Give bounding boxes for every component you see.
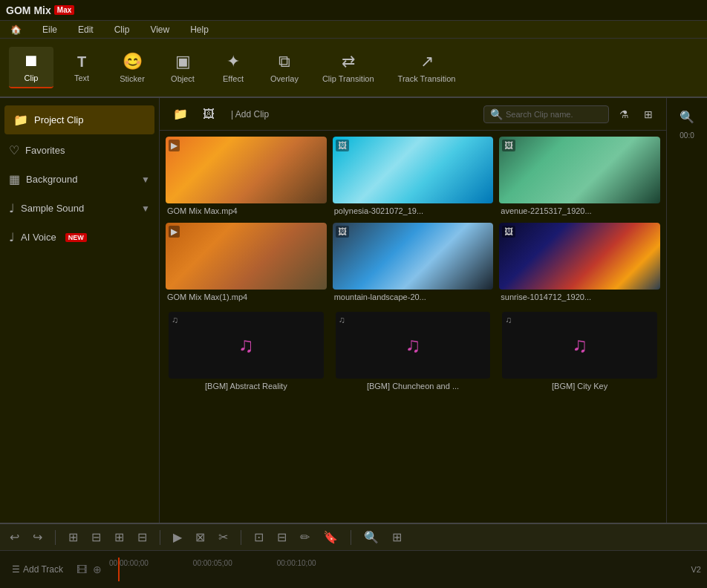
time-marker-0: 00:00:00;00	[109, 559, 149, 567]
sample-sound-icon: ♩	[9, 201, 15, 215]
playhead	[118, 558, 120, 581]
menu-clip[interactable]: Clip	[110, 23, 134, 36]
sidebar-favorites-label: Favorites	[25, 145, 65, 156]
audio-small-icon-2: ♫	[339, 315, 345, 325]
trim-button[interactable]: ⊞	[111, 528, 128, 546]
clip-item-mountain[interactable]: 🖼 mountain-landscape-20...	[333, 223, 494, 303]
clip-audio-chuncheon[interactable]: ♫ ♫ [BGM] Chuncheon and ...	[333, 309, 494, 395]
pen-button[interactable]: ✏	[296, 528, 313, 546]
sidebar-ai-voice-label: AI Voice	[21, 232, 56, 243]
sample-sound-chevron-icon: ▼	[141, 203, 150, 214]
favorites-icon: ♡	[9, 143, 19, 157]
right-panel-search-icon: 🔍	[680, 110, 694, 124]
image-type-icon-3: 🖼	[502, 140, 515, 151]
sidebar-item-sample-sound[interactable]: ♩ Sample Sound ▼	[0, 194, 159, 223]
right-panel: 🔍 00:0	[666, 98, 707, 523]
cut-button[interactable]: ✂	[215, 528, 232, 546]
clip-name-gom-max: GOM Mix Max.mp4	[166, 203, 327, 217]
sticker-icon: 😊	[123, 52, 143, 71]
clip-item-avenue[interactable]: 🖼 avenue-2215317_1920...	[499, 137, 660, 217]
effect-icon: ✦	[227, 52, 240, 71]
add-clip-button[interactable]: | Add Clip	[225, 106, 275, 122]
audio-name-chuncheon: [BGM] Chuncheon and ...	[336, 379, 491, 392]
menu-edit[interactable]: Edit	[74, 23, 98, 36]
background-icon: ▦	[9, 172, 20, 186]
logo-mix-text: Mix	[33, 4, 50, 16]
tool-clip[interactable]: ⏹ Clip	[9, 47, 53, 88]
sidebar-item-favorites[interactable]: ♡ Favorites	[0, 136, 159, 165]
add-track-icon: ☰	[12, 564, 20, 575]
clip-audio-city[interactable]: ♫ ♫ [BGM] City Key	[499, 309, 660, 395]
image-type-icon-5: 🖼	[336, 226, 349, 238]
tool-clip-transition[interactable]: ⇄ Clip Transition	[313, 48, 383, 88]
add-track-label: Add Track	[23, 564, 63, 575]
project-clip-icon: 📁	[13, 113, 28, 127]
tool-sticker[interactable]: 😊 Sticker	[110, 48, 154, 88]
menu-file[interactable]: Eile	[38, 23, 62, 36]
title-bar: GOM Mix Max	[0, 0, 707, 21]
track-transition-icon: ↗	[420, 52, 434, 71]
menu-view[interactable]: View	[146, 23, 174, 36]
menu-help[interactable]: Help	[186, 23, 213, 36]
image-view-button[interactable]: 🖼	[198, 105, 219, 124]
tool-overlay[interactable]: ⧉ Overlay	[261, 48, 307, 88]
sidebar-background-label: Background	[26, 174, 77, 185]
clip-item-polynesia[interactable]: 🖼 polynesia-3021072_19...	[333, 137, 494, 217]
redo-button[interactable]: ↪	[29, 528, 46, 546]
tool-track-transition[interactable]: ↗ Track Transition	[389, 48, 465, 88]
clip-audio-abstract[interactable]: ♫ ♫ [BGM] Abstract Reality	[166, 309, 327, 395]
clip-name-sunrise: sunrise-1014712_1920...	[499, 290, 660, 303]
image-type-icon-2: 🖼	[336, 140, 349, 151]
toolbar-separator-2	[160, 530, 160, 545]
tool-object[interactable]: ▣ Object	[160, 48, 205, 88]
zoom-in-button[interactable]: ⊞	[65, 528, 82, 546]
audio-small-icon-1: ♫	[172, 315, 178, 325]
clip-thumb-sunrise: 🖼	[499, 223, 660, 290]
tool-sticker-label: Sticker	[120, 74, 145, 83]
track-v2-label: V2	[691, 565, 701, 574]
app-logo: GOM Mix Max	[6, 4, 74, 16]
track-icon-2[interactable]: ⊕	[91, 562, 103, 577]
zoom-out-button[interactable]: ⊟	[88, 528, 105, 546]
clip-name-avenue: avenue-2215317_1920...	[499, 203, 660, 217]
sidebar-sample-sound-label: Sample Sound	[21, 203, 84, 214]
audio-note-icon-3: ♫	[572, 333, 587, 357]
clip-browser: 📁 🖼 | Add Clip 🔍 ⚗ ⊞ ▶ GOM Mix Max.mp4	[160, 98, 666, 523]
play-button[interactable]: ▶	[169, 528, 186, 546]
search-input[interactable]	[506, 110, 602, 119]
audio-thumb-city: ♫ ♫	[502, 312, 657, 379]
grid-view-button[interactable]: ⊞	[639, 105, 657, 123]
split-button[interactable]: ⊟	[134, 528, 151, 546]
sidebar-item-background[interactable]: ▦ Background ▼	[0, 165, 159, 194]
tool-clip-transition-label: Clip Transition	[322, 74, 374, 83]
tool-clip-label: Clip	[25, 74, 39, 82]
sidebar-item-project-clip[interactable]: 📁 Project Clip	[4, 105, 154, 134]
more-button[interactable]: ⊞	[388, 528, 405, 546]
right-panel-time: 00:0	[680, 131, 694, 140]
clip-item-gom-max-1[interactable]: ▶ GOM Mix Max(1).mp4	[166, 223, 327, 303]
transform-button[interactable]: ⊡	[250, 528, 267, 546]
logo-max-badge: Max	[54, 5, 74, 15]
record-button[interactable]: ⊠	[192, 528, 209, 546]
menu-home[interactable]: 🏠	[6, 23, 26, 36]
audio-name-city: [BGM] City Key	[502, 379, 657, 392]
time-marker-10: 00:00:10;00	[277, 559, 316, 567]
clip-transition-icon: ⇄	[342, 52, 355, 71]
add-clip-label: | Add Clip	[231, 109, 269, 120]
tool-effect[interactable]: ✦ Effect	[211, 48, 255, 88]
undo-button[interactable]: ↩	[6, 528, 23, 546]
clip-grid: ▶ GOM Mix Max.mp4 🖼 polynesia-3021072_19…	[160, 131, 666, 523]
filter-button[interactable]: ⚗	[615, 105, 633, 123]
tool-text[interactable]: T Text	[59, 49, 104, 87]
folder-view-button[interactable]: 📁	[169, 104, 192, 124]
sidebar-item-ai-voice[interactable]: ♩ AI Voice NEW	[0, 223, 159, 252]
color-button[interactable]: ⊟	[273, 528, 290, 546]
search-timeline-button[interactable]: 🔍	[360, 528, 382, 546]
clip-item-sunrise[interactable]: 🖼 sunrise-1014712_1920...	[499, 223, 660, 303]
clip-item-gom-max[interactable]: ▶ GOM Mix Max.mp4	[166, 137, 327, 217]
track-icon-1[interactable]: 🎞	[75, 562, 88, 577]
ai-voice-icon: ♩	[9, 230, 15, 244]
add-track-button[interactable]: ☰ Add Track	[6, 561, 69, 578]
bookmark-button[interactable]: 🔖	[319, 528, 342, 546]
tool-effect-label: Effect	[223, 74, 244, 83]
